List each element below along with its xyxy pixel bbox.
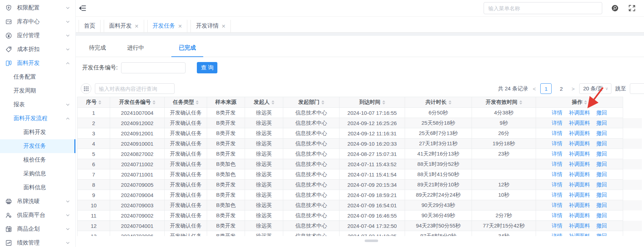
- action-link-详情[interactable]: 详情: [552, 151, 563, 157]
- action-link-补调面料[interactable]: 补调面料: [569, 120, 590, 126]
- collapse-menu-icon[interactable]: [79, 4, 87, 12]
- status-tab-已完成[interactable]: 已完成: [171, 44, 203, 57]
- action-link-补调面料[interactable]: 补调面料: [569, 110, 590, 116]
- sidebar-item-供应商平台[interactable]: 供应商平台: [0, 208, 75, 222]
- sidebar-item-开发任务[interactable]: 开发任务: [0, 139, 75, 153]
- tab-开发详情[interactable]: 开发详情✕: [190, 20, 231, 32]
- action-link-撤回[interactable]: 撤回: [597, 171, 607, 177]
- sort-icon[interactable]: [98, 100, 101, 105]
- tab-开发任务[interactable]: 开发任务✕: [147, 20, 188, 32]
- column-header-序号[interactable]: 序号: [78, 97, 110, 108]
- page-button-2[interactable]: 2: [555, 83, 567, 94]
- sort-icon[interactable]: [321, 100, 324, 105]
- action-link-撤回[interactable]: 撤回: [597, 140, 607, 146]
- sidebar-item-吊牌洗唛[interactable]: 吊牌洗唛: [0, 195, 75, 208]
- sidebar-item-采购信息[interactable]: 采购信息: [0, 167, 75, 181]
- column-header-开发任务编号[interactable]: 开发任务编号: [110, 97, 165, 108]
- action-link-撤回[interactable]: 撤回: [597, 130, 607, 136]
- action-link-详情[interactable]: 详情: [552, 202, 563, 208]
- sort-icon[interactable]: [449, 100, 451, 105]
- page-button-1[interactable]: 1: [540, 83, 552, 94]
- status-tab-待完成[interactable]: 待完成: [81, 44, 113, 57]
- sidebar-item-任务配置[interactable]: 任务配置: [0, 70, 75, 84]
- sidebar-item-核价任务[interactable]: 核价任务: [0, 153, 75, 167]
- jump-to-input[interactable]: [630, 83, 644, 94]
- action-link-详情[interactable]: 详情: [552, 181, 563, 187]
- query-button[interactable]: 查 询: [197, 62, 217, 73]
- action-link-撤回[interactable]: 撤回: [597, 223, 607, 229]
- action-link-撤回[interactable]: 撤回: [597, 120, 607, 126]
- action-link-详情[interactable]: 详情: [552, 192, 563, 198]
- sort-icon[interactable]: [519, 100, 522, 105]
- action-link-详情[interactable]: 详情: [552, 161, 563, 167]
- column-header-操作[interactable]: 操作: [536, 97, 623, 108]
- sidebar-item-成本折扣[interactable]: 成本折扣: [0, 43, 75, 56]
- sort-icon[interactable]: [382, 100, 385, 105]
- page-size-select[interactable]: 20 条/页 ∨: [579, 83, 611, 94]
- sidebar-item-库存中心[interactable]: 库存中心: [0, 15, 75, 29]
- action-link-补调面料[interactable]: 补调面料: [569, 181, 590, 187]
- action-link-撤回[interactable]: 撤回: [597, 151, 607, 157]
- action-link-撤回[interactable]: 撤回: [597, 192, 607, 198]
- action-link-详情[interactable]: 详情: [552, 130, 563, 136]
- column-header-到达时间[interactable]: 到达时间: [340, 97, 405, 108]
- action-link-详情[interactable]: 详情: [552, 140, 563, 146]
- sort-icon[interactable]: [272, 100, 274, 105]
- status-tab-进行中[interactable]: 进行中: [120, 44, 152, 57]
- action-link-补调面料[interactable]: 补调面料: [569, 223, 590, 229]
- sidebar-item-报表[interactable]: 报表: [0, 98, 75, 112]
- action-link-详情[interactable]: 详情: [552, 223, 563, 229]
- sidebar-item-开发周期[interactable]: 开发周期: [0, 84, 75, 98]
- action-link-补调面料[interactable]: 补调面料: [569, 192, 590, 198]
- sidebar-item-权限配置[interactable]: 权限配置: [0, 1, 75, 15]
- tab-面料开发[interactable]: 面料开发✕: [104, 20, 144, 32]
- action-link-撤回[interactable]: 撤回: [597, 212, 607, 218]
- action-link-撤回[interactable]: 撤回: [597, 233, 607, 236]
- action-link-详情[interactable]: 详情: [552, 171, 563, 177]
- sidebar-item-面料开发[interactable]: 面料开发: [0, 56, 75, 70]
- sidebar-item-绩效管理[interactable]: 绩效管理: [0, 236, 75, 247]
- action-link-详情[interactable]: 详情: [552, 233, 563, 236]
- action-link-撤回[interactable]: 撤回: [597, 181, 607, 187]
- action-link-撤回[interactable]: 撤回: [597, 161, 607, 167]
- sort-icon[interactable]: [153, 100, 155, 105]
- action-link-详情[interactable]: 详情: [552, 120, 563, 126]
- sidebar-item-面料信息[interactable]: 面料信息: [0, 181, 75, 195]
- close-icon[interactable]: ✕: [135, 23, 139, 29]
- scrollbar-thumb[interactable]: [365, 240, 378, 242]
- column-header-开发有效时间[interactable]: 开发有效时间: [472, 97, 536, 108]
- fullscreen-icon[interactable]: [628, 4, 636, 12]
- action-link-详情[interactable]: 详情: [552, 212, 563, 218]
- action-link-撤回[interactable]: 撤回: [597, 202, 607, 208]
- browser-icon[interactable]: [611, 4, 619, 12]
- column-settings-button[interactable]: [81, 83, 91, 94]
- action-link-补调面料[interactable]: 补调面料: [569, 140, 590, 146]
- action-link-详情[interactable]: 详情: [552, 110, 563, 116]
- column-header-发起部门[interactable]: 发起部门: [283, 97, 340, 108]
- sidebar-item-应付管理[interactable]: 应付管理: [0, 29, 75, 43]
- table-filter-input[interactable]: [95, 83, 175, 94]
- sidebar-item-面料开发流程[interactable]: 面料开发流程: [0, 112, 75, 125]
- action-link-补调面料[interactable]: 补调面料: [569, 171, 590, 177]
- menu-search-input[interactable]: [484, 2, 602, 14]
- column-header-共计时长[interactable]: 共计时长: [405, 97, 472, 108]
- action-link-补调面料[interactable]: 补调面料: [569, 161, 590, 167]
- tab-首页[interactable]: 首页: [79, 20, 101, 32]
- action-link-补调面料[interactable]: 补调面料: [569, 151, 590, 157]
- action-link-补调面料[interactable]: 补调面料: [569, 212, 590, 218]
- sidebar-item-商品企划[interactable]: 商品企划: [0, 222, 75, 236]
- sidebar-item-面料开发[interactable]: 面料开发: [0, 125, 75, 139]
- action-link-撤回[interactable]: 撤回: [597, 110, 607, 116]
- close-icon[interactable]: ✕: [178, 23, 182, 29]
- prev-page-button[interactable]: <: [532, 86, 537, 92]
- next-page-button[interactable]: >: [571, 86, 575, 92]
- action-link-补调面料[interactable]: 补调面料: [569, 202, 590, 208]
- column-header-任务类型[interactable]: 任务类型: [165, 97, 207, 108]
- task-number-input[interactable]: [121, 62, 186, 73]
- sort-icon[interactable]: [196, 100, 199, 105]
- sort-icon[interactable]: [584, 100, 587, 105]
- action-link-补调面料[interactable]: 补调面料: [569, 130, 590, 136]
- action-link-补调面料[interactable]: 补调面料: [569, 233, 590, 236]
- close-icon[interactable]: ✕: [221, 23, 226, 29]
- column-header-发起人[interactable]: 发起人: [245, 97, 283, 108]
